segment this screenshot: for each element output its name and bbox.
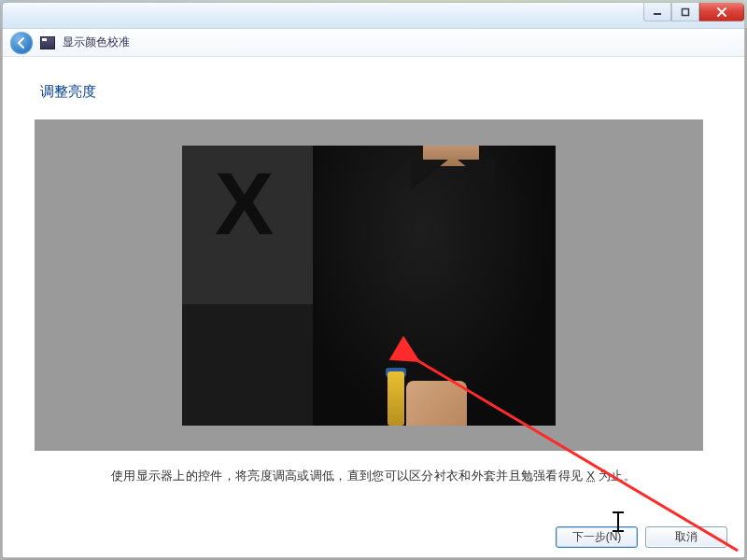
svg-rect-1 [683, 8, 689, 15]
maximize-button[interactable] [671, 3, 699, 21]
titlebar [3, 3, 744, 29]
footer-buttons: 下一步(N) 取消 [556, 526, 727, 548]
close-button[interactable] [699, 3, 744, 21]
monitor-icon [40, 36, 55, 49]
minimize-button[interactable] [643, 3, 671, 21]
toolbar: 显示颜色校准 [3, 29, 744, 57]
sample-image-frame: X [35, 119, 703, 451]
cancel-button[interactable]: 取消 [645, 526, 727, 548]
instruction-text: 使用显示器上的控件，将亮度调高或调低，直到您可以区分衬衣和外套并且勉强看得见 X… [40, 468, 707, 484]
back-button[interactable] [10, 32, 33, 54]
next-button[interactable]: 下一步(N) [556, 526, 638, 548]
window-controls [643, 3, 744, 21]
window-title: 显示颜色校准 [63, 35, 130, 50]
page-heading: 调整亮度 [40, 83, 707, 101]
sample-x-mark: X [215, 160, 274, 248]
content-area: 调整亮度 X 使用显示器上的控件，将亮度调高或调低，直到您可以区分衬衣和外套并且… [3, 57, 744, 557]
brightness-sample-image: X [182, 146, 556, 426]
calibration-window: 显示颜色校准 调整亮度 X 使用显示器上的控件，将亮度调高或调低，直到您可以区分… [2, 2, 745, 558]
